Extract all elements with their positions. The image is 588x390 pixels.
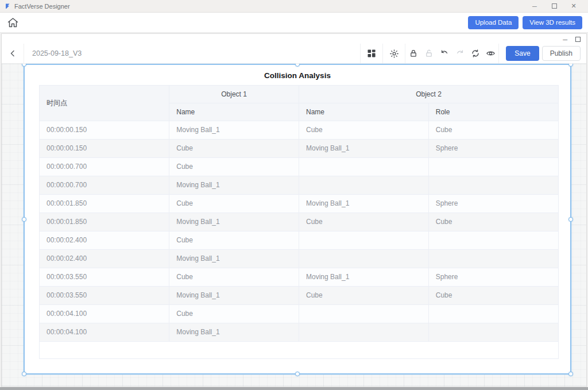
table-cell: 00:00:02.400 xyxy=(40,231,169,249)
resize-handle-bottom-left[interactable] xyxy=(22,372,26,376)
table-cell xyxy=(299,249,429,268)
undo-button[interactable] xyxy=(436,44,452,63)
table-cell: 00:00:00.150 xyxy=(40,139,169,157)
table-cell: Moving Ball_1 xyxy=(169,176,299,194)
lock-button[interactable] xyxy=(405,44,421,63)
taskbar-edge xyxy=(0,387,588,390)
unlock-icon xyxy=(424,49,434,58)
table-row: 00:00:00.700Cube xyxy=(40,157,558,176)
redo-icon xyxy=(455,49,465,58)
resize-handle-bottom-center[interactable] xyxy=(295,372,300,376)
resize-handle-middle-left[interactable] xyxy=(22,217,26,222)
table-cell: Moving Ball_1 xyxy=(169,213,299,231)
table-cell: 00:00:00.150 xyxy=(40,121,169,139)
settings-button[interactable] xyxy=(383,44,405,63)
table-cell: Moving Ball_1 xyxy=(169,249,299,268)
table-cell xyxy=(299,231,429,249)
maximize-icon[interactable] xyxy=(544,0,564,12)
doc-minimize-icon[interactable]: ─ xyxy=(563,37,567,43)
toolbar-divider xyxy=(498,44,499,63)
table-cell: 00:00:00.700 xyxy=(40,176,169,194)
table-body: 00:00:00.150Moving Ball_1CubeCube00:00:0… xyxy=(40,121,558,341)
app-title-text: FactVerse Designer xyxy=(14,3,70,10)
table-row: 00:00:00.150Moving Ball_1CubeCube xyxy=(40,121,558,139)
table-row: 00:00:00.700Moving Ball_1 xyxy=(40,176,558,194)
close-icon[interactable]: ✕ xyxy=(564,0,583,12)
table-cell xyxy=(428,157,558,176)
table-row: 00:00:03.550CubeMoving Ball_1Sphere xyxy=(40,268,558,286)
table-cell: Cube xyxy=(169,231,299,249)
refresh-icon xyxy=(471,49,480,58)
table-cell: 00:00:03.550 xyxy=(40,286,169,304)
table-cell: Cube xyxy=(428,121,558,139)
collision-analysis-widget[interactable]: Collision Analysis 时间点 Object 1 Object 2… xyxy=(24,64,571,374)
settings-gear-icon xyxy=(389,49,399,59)
home-icon xyxy=(7,17,19,28)
table-cell: Moving Ball_1 xyxy=(169,286,299,304)
toolbar-left: 2025-09-18_V3 xyxy=(2,44,90,63)
column-group-object2: Object 2 xyxy=(299,86,559,103)
design-canvas[interactable]: Collision Analysis 时间点 Object 1 Object 2… xyxy=(2,64,586,387)
table-cell: Cube xyxy=(299,121,429,139)
save-button[interactable]: Save xyxy=(506,46,539,61)
table-cell: Cube xyxy=(169,139,299,157)
redo-button[interactable] xyxy=(452,44,467,63)
table-cell: Moving Ball_1 xyxy=(299,268,429,286)
table-cell xyxy=(428,176,558,194)
table-cell: Moving Ball_1 xyxy=(169,121,299,139)
table-cell: Sphere xyxy=(428,268,558,286)
table-cell xyxy=(428,323,558,341)
table-cell xyxy=(428,304,558,323)
widget-title: Collision Analysis xyxy=(25,65,570,84)
table-cell: Cube xyxy=(169,304,299,323)
table-cell: Cube xyxy=(428,213,558,231)
components-grid-icon xyxy=(367,49,376,58)
resize-handle-middle-right[interactable] xyxy=(568,217,573,222)
table-empty-footer xyxy=(40,342,558,358)
lock-icon xyxy=(409,49,418,58)
refresh-button[interactable] xyxy=(467,44,483,63)
column-header-object2-role: Role xyxy=(428,103,558,121)
document-window: ─ 2025-09-18_V3 xyxy=(1,33,587,387)
table-cell: Moving Ball_1 xyxy=(299,139,429,157)
components-button[interactable] xyxy=(361,44,382,63)
doc-restore-icon[interactable] xyxy=(575,37,581,42)
view-3d-results-button[interactable]: View 3D results xyxy=(523,16,582,29)
upload-data-button[interactable]: Upload Data xyxy=(468,16,519,29)
table-cell: 00:00:02.400 xyxy=(40,249,169,268)
column-header-object1-name: Name xyxy=(169,103,299,121)
minimize-icon[interactable]: ─ xyxy=(525,0,544,12)
toolbar-right: Save Publish xyxy=(360,44,586,63)
home-button[interactable] xyxy=(5,14,21,30)
table-row: 00:00:00.150CubeMoving Ball_1Sphere xyxy=(40,139,558,157)
table-cell: 00:00:04.100 xyxy=(40,304,169,323)
resize-handle-top-right[interactable] xyxy=(568,64,573,67)
header-actions: Upload Data View 3D results xyxy=(468,16,583,29)
window-controls: ─ ✕ xyxy=(525,0,583,12)
resize-handle-bottom-right[interactable] xyxy=(568,372,573,376)
app-title: FactVerse Designer xyxy=(5,3,70,10)
table-cell: Cube xyxy=(428,286,558,304)
table-cell: Moving Ball_1 xyxy=(299,194,429,213)
table-cell: Moving Ball_1 xyxy=(169,323,299,341)
document-window-controls: ─ xyxy=(2,34,586,44)
table-cell: 00:00:04.100 xyxy=(40,323,169,341)
table-cell: Cube xyxy=(169,194,299,213)
back-button[interactable] xyxy=(2,44,24,63)
table-row: 00:00:03.550Moving Ball_1CubeCube xyxy=(40,286,558,304)
table-cell: Sphere xyxy=(428,139,558,157)
preview-button[interactable] xyxy=(483,44,498,63)
table-cell: Cube xyxy=(299,213,429,231)
app-header: Upload Data View 3D results xyxy=(0,13,588,33)
table-cell: 00:00:01.850 xyxy=(40,213,169,231)
collision-table: 时间点 Object 1 Object 2 Name Name Role 00:… xyxy=(39,85,559,359)
unlock-button[interactable] xyxy=(421,44,436,63)
preview-eye-icon xyxy=(486,49,496,58)
table-cell xyxy=(428,231,558,249)
table-cell xyxy=(299,176,429,194)
table-row: 00:00:02.400Moving Ball_1 xyxy=(40,249,558,268)
publish-button[interactable]: Publish xyxy=(542,46,581,61)
table-cell: 00:00:01.850 xyxy=(40,194,169,213)
document-title: 2025-09-18_V3 xyxy=(24,49,90,57)
table-cell: Cube xyxy=(169,268,299,286)
